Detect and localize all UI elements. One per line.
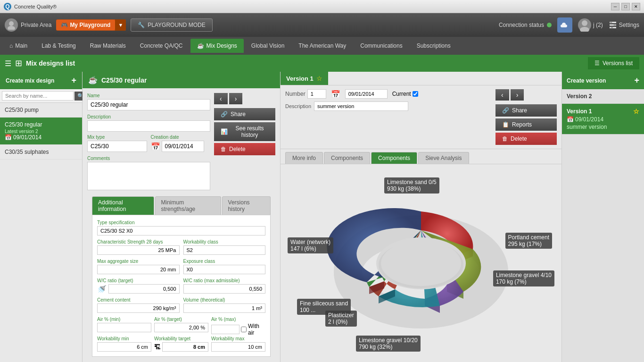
air-target-input[interactable]	[154, 323, 208, 332]
nav-arrows-row: Name Description Mix type Creation date	[87, 93, 275, 192]
create-mix-button[interactable]: Create mix design +	[0, 72, 82, 89]
mix-item-c25-regular[interactable]: C25/30 regular Latest version 2 📅 09/01/…	[0, 118, 82, 145]
comments-input[interactable]	[87, 162, 210, 190]
nav-american[interactable]: The American Way	[292, 39, 353, 53]
user-button[interactable]: j (2)	[578, 18, 603, 32]
version-number-input[interactable]	[307, 89, 326, 99]
version-description-input[interactable]	[314, 101, 408, 111]
char-strength-input[interactable]	[97, 245, 180, 255]
nav-communications[interactable]: Communications	[354, 39, 409, 53]
search-input[interactable]	[2, 91, 74, 101]
user-label: j (2)	[593, 22, 603, 28]
version-number-field: Number	[285, 89, 326, 99]
volume-input[interactable]	[183, 303, 266, 313]
playground-mode-icon: 🔧	[138, 22, 145, 28]
next-version-button[interactable]: ›	[511, 89, 524, 101]
version-left: Version 1 ☆ Number 📅	[281, 72, 561, 362]
workability-max-input[interactable]	[211, 342, 265, 352]
exposure-class-input[interactable]	[183, 265, 266, 274]
cement-content-input[interactable]	[97, 303, 180, 313]
version-header-bar: Version 1 ☆	[281, 72, 561, 85]
mix-item-sub: Latest version 2	[5, 129, 77, 134]
wc-max-input[interactable]	[183, 284, 266, 294]
workability-class-input[interactable]	[183, 245, 266, 255]
version-share-button[interactable]: 🔗 Share	[495, 104, 557, 117]
tab-sieve-analysis[interactable]: Sieve Analysis	[418, 152, 469, 164]
nav-mix-designs[interactable]: ☕ Mix Designs	[190, 39, 244, 53]
version-item-2[interactable]: Version 2	[562, 89, 644, 104]
nav-subscriptions[interactable]: Subscriptions	[410, 39, 457, 53]
playground-button[interactable]: 🎮 My Playground	[56, 20, 115, 30]
prev-mix-button[interactable]: ‹	[214, 93, 228, 104]
app-logo: Q	[4, 3, 11, 10]
nav-lab[interactable]: Lab & Testing	[35, 39, 83, 53]
next-mix-button[interactable]: ›	[229, 93, 243, 104]
playground-mode-button[interactable]: 🔧 PLAYGROUND MODE	[131, 18, 212, 32]
prev-version-button[interactable]: ‹	[495, 89, 509, 101]
tab-additional-info[interactable]: Additional information	[92, 196, 154, 215]
playground-dropdown[interactable]: ▼	[115, 19, 126, 31]
share-button[interactable]: 🔗 Share	[214, 108, 275, 120]
version-item-1[interactable]: Version 1 ☆ 📅 09/01/2014 summer version	[562, 104, 644, 135]
version-tab[interactable]: Version 1 ☆	[281, 72, 328, 85]
star-icon[interactable]: ☆	[316, 75, 322, 82]
mix-type-label: Mix type	[87, 135, 147, 140]
name-label: Name	[87, 93, 210, 98]
nav-global[interactable]: Global Vision	[245, 39, 291, 53]
delete-version-button[interactable]: 🗑 Delete	[495, 133, 557, 145]
workability-target-input[interactable]	[162, 342, 208, 352]
mix-item-c25-pump[interactable]: C25/30 pump	[0, 103, 82, 118]
version-list: Version 2 Version 1 ☆ 📅 09/01/2014	[562, 89, 644, 362]
air-max-label: Air % (max)	[211, 317, 265, 322]
tab-versions-history[interactable]: Versions history	[222, 196, 271, 215]
minimize-button[interactable]: ─	[611, 3, 619, 10]
mix-detail-tabs: Additional information Minimum strengths…	[87, 194, 275, 215]
air-min-input[interactable]	[97, 323, 151, 332]
with-air-checkbox[interactable]	[241, 327, 247, 332]
type-spec-input[interactable]	[97, 226, 265, 236]
topbar-right: Connection status j (2) Settings	[499, 17, 639, 33]
tab-min-strengths[interactable]: Minimum strengths/age	[155, 196, 221, 215]
share-label: Share	[231, 111, 246, 118]
description-input[interactable]	[87, 120, 210, 132]
nav-global-label: Global Vision	[251, 42, 285, 49]
tab-more-info[interactable]: More info	[285, 152, 323, 164]
nav-raw-materials[interactable]: Raw Materials	[83, 39, 132, 53]
create-version-button[interactable]: Create version +	[562, 72, 644, 89]
version-description-label: Description	[285, 103, 311, 109]
name-input[interactable]	[87, 99, 210, 110]
mix-type-input[interactable]	[87, 141, 147, 152]
version-calendar-icon[interactable]: 📅	[331, 90, 340, 99]
versions-list-button[interactable]: ☰ Versions list	[588, 57, 639, 69]
max-agg-input[interactable]	[97, 265, 180, 274]
wc-target-input[interactable]	[108, 284, 180, 294]
cloud-button[interactable]	[557, 17, 572, 33]
mix-item-label: C30/35 sulphates	[5, 149, 77, 155]
nav-lab-label: Lab & Testing	[41, 42, 76, 49]
see-results-button[interactable]: 📊 See results history	[214, 122, 275, 141]
current-checkbox[interactable]	[413, 91, 418, 97]
calendar-icon[interactable]: 📅	[151, 142, 160, 151]
versions-list-label: Versions list	[603, 60, 633, 67]
version-number-date-row: Number 📅 Current	[285, 89, 490, 99]
version-date-input[interactable]	[345, 89, 388, 99]
air-max-input[interactable]	[211, 325, 239, 334]
air-row: Air % (min) Air % (target) Air % (max) W…	[97, 317, 265, 336]
version-content: Version 1 ☆ Number 📅	[281, 72, 644, 362]
nav-main[interactable]: ⌂ Main	[3, 39, 34, 53]
delete-mix-button[interactable]: 🗑 Delete	[214, 143, 275, 155]
close-button[interactable]: ✕	[632, 3, 640, 10]
creation-date-input[interactable]	[162, 141, 204, 152]
nav-concrete[interactable]: Concrete QA/QC	[133, 39, 190, 53]
settings-button[interactable]: Settings	[609, 21, 639, 29]
version-star-icon[interactable]: ☆	[633, 108, 639, 115]
reports-button[interactable]: 📋 Reports	[495, 118, 557, 131]
tab-components-1[interactable]: Components	[324, 152, 370, 164]
workability-min-input[interactable]	[97, 342, 151, 352]
subheader-icon: ⊞	[15, 58, 22, 68]
maximize-button[interactable]: □	[621, 3, 630, 10]
mix-item-c30-sulphates[interactable]: C30/35 sulphates	[0, 145, 82, 160]
tab-components-active[interactable]: Components	[371, 152, 417, 164]
version-form: Number 📅 Current Description	[281, 85, 561, 149]
air-min-label: Air % (min)	[97, 317, 151, 322]
